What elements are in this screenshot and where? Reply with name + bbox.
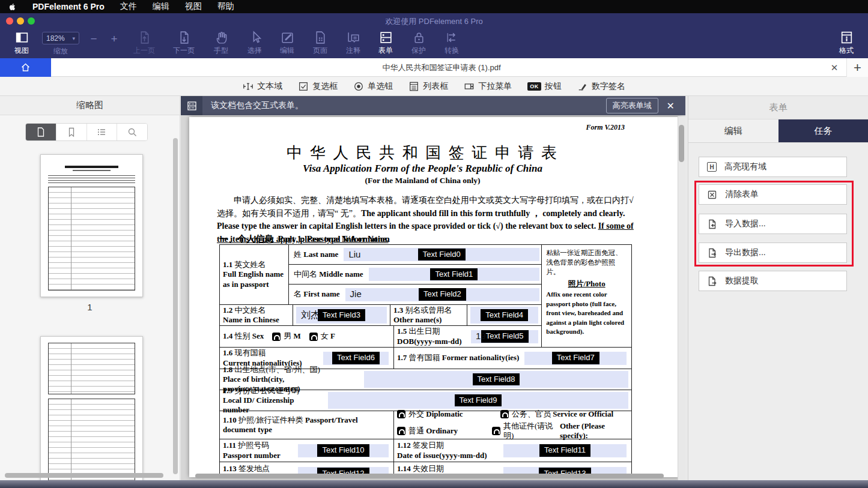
zoom-select[interactable]: 182% ▾	[42, 32, 79, 44]
tab-outline[interactable]	[87, 124, 118, 140]
highlight-fields-icon: H	[707, 162, 717, 172]
button-tool[interactable]: OK 按钮	[527, 81, 562, 92]
field-tag: Text Field9	[455, 394, 502, 406]
doc-type-other-checkbox[interactable]: 其他证件(请说明) Other (Please specify):	[492, 421, 628, 441]
thumbnail-content	[48, 161, 135, 291]
field-tag: Text Field8	[473, 373, 520, 385]
pdf-page: Form V.2013 中 华 人 民 共 和 国 签 证 申 请 表 Visa…	[189, 117, 680, 477]
doc-type-diplomatic-checkbox[interactable]: 外交 Diplomatic	[397, 409, 500, 419]
field-tag: Text Field7	[552, 352, 599, 364]
issue-date-field[interactable]: Text Field11	[503, 444, 627, 457]
doc-type-service-checkbox[interactable]: 公务、官员 Service or Official	[500, 409, 613, 419]
viewer-vertical-scrollbar[interactable]	[679, 125, 684, 162]
ok-button-icon: OK	[527, 82, 541, 91]
middle-name-field[interactable]: Text Field1	[369, 268, 540, 281]
cell-1-11: 1.11 护照号码 Passport number Text Field10	[220, 439, 394, 462]
menu-item-edit[interactable]: 编辑	[153, 1, 169, 12]
dropdown-tool[interactable]: 下拉菜单	[464, 81, 512, 92]
document-tab-title[interactable]: 中华人民共和国签证申请表 (1).pdf	[51, 58, 832, 77]
form-title-cn: 中 华 人 民 共 和 国 签 证 申 请 表	[189, 142, 656, 163]
id-number-field[interactable]: Text Field9	[328, 392, 628, 409]
viewer-horizontal-scrollbar[interactable]	[195, 474, 664, 478]
clear-form-button[interactable]: 清除表单	[699, 184, 847, 205]
page-thumbnail-1[interactable]	[40, 154, 143, 297]
sidebar-tab-switcher	[25, 123, 148, 141]
menu-item-file[interactable]: 文件	[120, 1, 137, 12]
window-bottom-edge	[0, 480, 868, 488]
form-panel-tabs: 编辑 任务	[688, 119, 868, 143]
digital-signature-tool[interactable]: 数字签名	[577, 81, 625, 92]
chevron-down-icon: ▾	[72, 35, 75, 41]
former-nationality-field[interactable]: Text Field7	[524, 352, 627, 365]
viewer-vscroll-track[interactable]	[678, 116, 685, 480]
passport-number-field[interactable]: Text Field10	[298, 444, 389, 457]
export-data-button[interactable]: 导出数据...	[699, 242, 847, 263]
label-1-9: 1.9 身份证/公民证号码 Local ID/ Citizenship numb…	[220, 390, 325, 411]
page-thumbnail-2[interactable]	[40, 336, 143, 480]
select-tool-button[interactable]: 选择	[238, 30, 272, 56]
other-name-field[interactable]: Text Field4	[470, 307, 538, 324]
import-data-button[interactable]: 导入数据...	[699, 214, 847, 234]
form-banner-iconbox	[181, 96, 202, 115]
edit-button[interactable]: 编辑	[270, 30, 304, 56]
menu-item-help[interactable]: 帮助	[217, 1, 234, 12]
last-name-field[interactable]: LiuText Field0	[344, 248, 539, 261]
sex-female-checkbox[interactable]: 女 F	[309, 331, 335, 341]
zoom-out-button[interactable]: −	[88, 33, 100, 44]
app-window: PDFelement 6 Pro 文件 编辑 视图 帮助 欢迎使用 PDFele…	[0, 0, 868, 488]
highlight-fields-button[interactable]: 高亮表单域	[606, 98, 658, 113]
text-field-tool[interactable]: 文本域	[243, 81, 282, 92]
data-extraction-button[interactable]: 数据提取	[699, 271, 847, 291]
apple-icon[interactable]	[8, 2, 17, 11]
cell-1-2-field: 刘杰Text Field3	[293, 305, 390, 325]
menu-item-view[interactable]: 视图	[185, 1, 202, 12]
form-panel-title: 表单	[688, 96, 868, 119]
tab-task[interactable]: 任务	[778, 119, 868, 142]
listbox-tool[interactable]: 列表框	[408, 81, 448, 92]
tab-edit[interactable]: 编辑	[688, 119, 778, 142]
format-button[interactable]: 格式	[830, 30, 863, 56]
sidebar-horizontal-scrollbar[interactable]	[5, 473, 163, 478]
page-button[interactable]: 页面	[303, 30, 337, 56]
birthplace-field[interactable]: Text Field8	[364, 371, 628, 388]
highlight-existing-fields-button[interactable]: H 高亮现有域	[699, 157, 847, 177]
label-1-1: 1.1 英文姓名 Full English name as in passpor…	[220, 245, 289, 304]
field-tag: Text Field2	[419, 288, 466, 300]
previous-page-button[interactable]: 上一页	[127, 30, 161, 56]
field-tag: Text Field11	[539, 444, 590, 456]
chinese-name-field[interactable]: 刘杰Text Field3	[296, 307, 387, 324]
convert-button[interactable]: 转换	[435, 30, 469, 56]
home-tab[interactable]	[0, 58, 51, 77]
doc-type-ordinary-checkbox[interactable]: 普通 Ordinary	[397, 426, 492, 436]
tab-thumbnails[interactable]	[26, 124, 56, 140]
tab-search[interactable]	[117, 124, 147, 140]
protect-button[interactable]: 保护	[402, 30, 436, 56]
row-1-4-1-5: 1.4 性别 Sex 男 M 女 F 1.5 出生日期 DOB(yyyy-mm-…	[220, 326, 541, 347]
new-tab-button[interactable]: +	[846, 58, 868, 77]
banner-close-icon[interactable]: ✕	[667, 100, 675, 112]
view-button[interactable]: 视图	[5, 30, 38, 56]
next-page-button[interactable]: 下一页	[167, 30, 201, 56]
hand-tool-button[interactable]: 手型	[204, 30, 238, 56]
sex-male-checkbox[interactable]: 男 M	[272, 331, 301, 341]
main-toolbar: 视图 182% ▾ 缩放 − + 上一页 下一页 手型 选择 编辑	[0, 28, 868, 58]
cell-1-7: 1.7 曾有国籍 Former nationality(ies) Text Fi…	[394, 348, 631, 369]
row-1-1: 1.1 英文姓名 Full English name as in passpor…	[220, 245, 541, 305]
form-button[interactable]: 表单	[369, 30, 402, 56]
zoom-in-button[interactable]: +	[108, 33, 120, 44]
checkbox-tool[interactable]: 复选框	[298, 81, 338, 92]
tab-close-icon[interactable]: ✕	[827, 58, 842, 77]
nationality-field[interactable]: Text Field6	[323, 352, 389, 365]
comment-button[interactable]: 注释	[336, 30, 370, 56]
tab-bookmarks[interactable]	[56, 124, 87, 140]
sidebar-vertical-scrollbar[interactable]	[173, 138, 178, 474]
row-1-10: 1.10 护照/旅行证件种类 Passport/Travel document …	[220, 411, 631, 439]
dob-field[interactable]: 19Text Field5	[471, 330, 538, 343]
window-title: 欢迎使用 PDFelement 6 Pro	[0, 16, 868, 27]
checkbox-icon	[298, 81, 309, 92]
last-name-row: 姓 Last name LiuText Field0	[289, 245, 541, 265]
form-table: 1.1 英文姓名 Full English name as in passpor…	[219, 244, 632, 477]
first-name-field[interactable]: JieText Field2	[345, 288, 540, 301]
label-1-2: 1.2 中文姓名 Name in Chinese	[220, 305, 293, 325]
radio-tool[interactable]: 单选钮	[353, 81, 393, 92]
